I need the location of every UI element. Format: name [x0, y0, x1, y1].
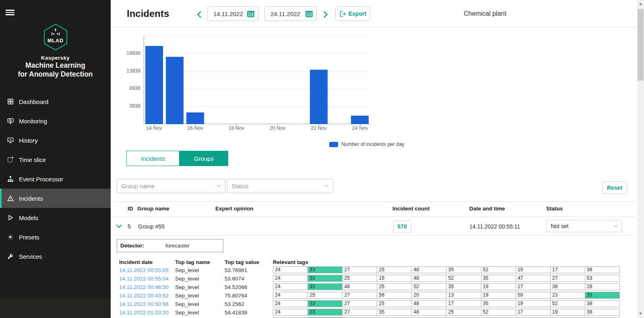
sidebar-item-label: Monitoring [19, 118, 47, 125]
date-from-input[interactable]: 14.11.2022 [207, 6, 258, 21]
calendar-icon[interactable] [247, 10, 255, 18]
sidebar-item-label: Event Processor [19, 176, 63, 183]
chevron-down-icon [324, 185, 329, 187]
tag-cell: 25 [377, 301, 411, 307]
monitor-magnifier-icon [7, 118, 14, 124]
tag-cell: 52 [550, 301, 585, 307]
col-header-incident-count: Incident count [392, 206, 429, 212]
tag-cell: 19 [516, 267, 550, 273]
group-name-select[interactable]: Group name [117, 179, 225, 193]
tag-cell: 25 [342, 275, 377, 281]
col-header-date-time: Date and time [469, 206, 505, 212]
incident-top-tag-name: Sep_level [175, 266, 199, 274]
tag-cell: 33 [308, 309, 342, 315]
incident-top-tag-name: Sep_level [175, 274, 199, 283]
sidebar-nav: DashboardMonitoringHistoryTime sliceEven… [0, 92, 111, 266]
incident-date-link[interactable]: 14.11.2022 00:55:04 [119, 274, 169, 283]
product-name-line1: Machine Learning [0, 61, 111, 70]
incident-date-link[interactable]: 14.11.2022 00:43:52 [119, 291, 169, 300]
context-label: Chemical plant [464, 10, 506, 17]
tag-cell: 33 [308, 267, 342, 273]
incident-date-link[interactable]: 14.11.2022 00:55:05 [119, 266, 169, 274]
sidebar-item-time-slice[interactable]: Time slice [0, 150, 111, 169]
tag-cell: 48 [411, 309, 446, 315]
bar-14-nov [145, 46, 163, 124]
sidebar-item-monitoring[interactable]: Monitoring [0, 111, 111, 131]
scroll-down-arrow-icon[interactable] [639, 312, 642, 316]
vertical-scrollbar[interactable] [637, 0, 644, 318]
tag-cell: 24 [273, 292, 308, 298]
sidebar-item-incidents[interactable]: Incidents [0, 189, 111, 208]
reset-button[interactable]: Reset [602, 181, 627, 194]
sidebar-item-models[interactable]: Models [0, 208, 111, 227]
tag-cell: 35 [377, 309, 411, 315]
tag-cell: 52 [481, 267, 516, 273]
tag-cell: 24 [273, 267, 308, 273]
sidebar-item-services[interactable]: Services [0, 247, 111, 266]
date-next-chevron-icon[interactable] [323, 11, 328, 18]
warning-triangle-icon [7, 195, 14, 202]
export-button[interactable]: Export [335, 6, 370, 21]
chart-legend-item[interactable]: Number of incidents per day [329, 141, 404, 147]
tag-cell: 52 [411, 284, 446, 290]
chevron-down-icon [614, 225, 618, 228]
tab-groups[interactable]: Groups [180, 151, 228, 166]
bar-22-nov [310, 70, 328, 124]
legend-label: Number of incidents per day [341, 141, 404, 147]
sidebar: MLAD Kaspersky Machine Learning for Anom… [0, 0, 111, 318]
tag-cell: 27 [550, 275, 585, 281]
tab-incidents[interactable]: Incidents [126, 151, 180, 166]
bar-15-nov [166, 57, 184, 124]
incident-count-link[interactable]: 570 [393, 220, 411, 233]
tag-cell: 48 [411, 267, 446, 273]
mlad-hexagon-logo-icon: MLAD [43, 23, 68, 51]
sidebar-item-label: Models [19, 214, 38, 221]
legend-swatch [329, 142, 338, 147]
scrollbar-thumb[interactable] [638, 9, 644, 81]
tag-cell: 48 [411, 275, 446, 281]
group-row-name: Group #55 [138, 223, 165, 230]
tag-cell: 19 [550, 309, 585, 315]
tag-cell: 17 [516, 309, 550, 315]
date-to-input[interactable]: 24.11.2022 [264, 6, 317, 21]
tag-cell: 24 [273, 284, 308, 290]
date-from-value: 14.11.2022 [213, 10, 247, 17]
x-axis-tick-label: 16 Nov [182, 125, 208, 131]
group-row-border [114, 235, 636, 235]
calendar-icon[interactable] [305, 10, 313, 18]
group-status-select[interactable]: Not set [546, 220, 622, 232]
col-header-expert-opinion: Expert opinion [215, 206, 254, 212]
incident-date-link[interactable]: 14.11.2022 00:50:56 [119, 300, 169, 308]
table-header-border [114, 216, 636, 217]
incident-top-tag-value: 53.2562 [225, 300, 244, 308]
tag-cell: 17 [516, 284, 550, 290]
incident-date-link[interactable]: 14.11.2022 00:46:50 [119, 283, 169, 291]
scroll-up-arrow-icon[interactable] [639, 2, 642, 6]
monitor-chart-icon [7, 137, 14, 143]
tag-cell: 24 [273, 309, 308, 315]
tag-cell: 25 [446, 309, 481, 315]
incident-top-tag-name: Sep_level [175, 283, 199, 291]
sidebar-item-dashboard[interactable]: Dashboard [0, 92, 111, 111]
tag-cell: 59 [516, 292, 550, 298]
dashboard-grid-icon [7, 98, 14, 105]
hamburger-menu-icon[interactable] [6, 10, 14, 15]
tag-cell: 52 [446, 275, 481, 281]
export-icon [339, 10, 346, 17]
relevant-tags-row: 24332725483552191738 [273, 266, 620, 273]
play-outline-icon [7, 214, 14, 221]
tag-cell: 33 [308, 275, 342, 281]
sidebar-item-event-processor[interactable]: Event Processor [0, 169, 111, 189]
subcol-relevant-tags: Relevant tags [273, 259, 308, 265]
sidebar-item-label: History [19, 137, 38, 144]
sidebar-item-history[interactable]: History [0, 131, 111, 150]
dotted-gear-icon [7, 234, 14, 240]
sidebar-item-presets[interactable]: Presets [0, 227, 111, 247]
date-prev-chevron-icon[interactable] [197, 11, 202, 18]
user-bar[interactable] [0, 298, 111, 318]
incident-date-link[interactable]: 14.11.2022 01:03:20 [119, 308, 169, 317]
main-content: Incidents 14.11.2022 24.11.2022 [111, 0, 637, 318]
status-filter-select[interactable]: Status [227, 179, 333, 193]
row-expander-chevron-icon[interactable] [116, 224, 122, 229]
tag-cell: 27 [342, 301, 377, 307]
